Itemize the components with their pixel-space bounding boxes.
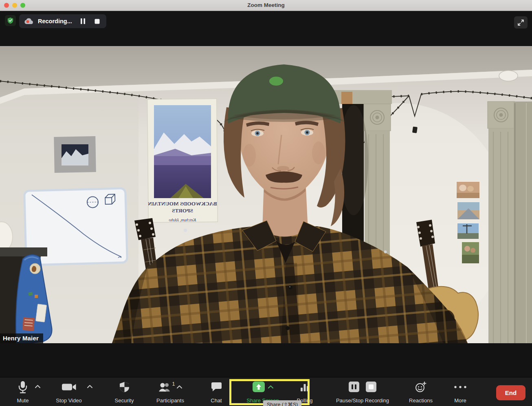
framed-picture	[54, 136, 96, 173]
chevron-up-icon	[268, 385, 273, 388]
more-button[interactable]: More	[447, 381, 473, 404]
webcam-scene: BACKWOODS MOUNTAIN SPORTS Ketchum, Idaho	[0, 46, 532, 343]
cap-logo	[269, 77, 283, 86]
mute-button[interactable]: Mute	[10, 381, 35, 404]
chevron-up-icon	[35, 385, 40, 388]
share-screen-icon	[253, 382, 265, 392]
ceiling-light	[499, 71, 518, 81]
shield-check-icon	[7, 16, 13, 25]
more-label: More	[454, 397, 466, 404]
participant-name-label: Henry Maier	[0, 333, 43, 343]
video-camera-icon	[62, 383, 76, 391]
chevron-up-icon	[87, 385, 92, 388]
reactions-label: Reactions	[409, 397, 433, 404]
door-panel	[514, 102, 532, 343]
chevron-up-icon	[177, 385, 182, 388]
window-title: Zoom Meeting	[0, 0, 532, 11]
video-options-chevron[interactable]	[86, 384, 93, 389]
chat-label: Chat	[211, 397, 222, 404]
end-meeting-button[interactable]: End	[496, 385, 525, 400]
reactions-smiley-icon	[415, 382, 426, 393]
participants-label: Participants	[156, 397, 184, 404]
polling-bars-icon	[300, 383, 309, 391]
share-options-chevron[interactable]	[268, 385, 273, 388]
recording-label: Recording...	[38, 18, 72, 24]
poster-subtitle: Ketchum, Idaho	[169, 218, 196, 222]
stop-recording-button[interactable]	[94, 18, 101, 25]
security-shield-indicator[interactable]	[5, 15, 16, 26]
pause-stop-recording-button[interactable]: Pause/Stop Recording	[326, 381, 399, 404]
pause-icon	[80, 18, 86, 24]
zoom-meeting-window: { "window": { "title": "Zoom Meeting" },…	[0, 0, 532, 406]
recording-indicator: Recording...	[19, 14, 106, 28]
mountain-poster: BACKWOODS MOUNTAIN SPORTS Ketchum, Idaho	[147, 99, 218, 222]
participants-button[interactable]: 1 Participants	[147, 381, 194, 404]
more-dots-icon	[454, 386, 467, 388]
stop-video-label: Stop Video	[56, 397, 81, 404]
cloud-recording-icon	[24, 18, 34, 25]
poster-title-line2: SPORTS	[172, 207, 193, 214]
titlebar: Zoom Meeting	[0, 0, 532, 11]
shelf-edge	[0, 247, 47, 256]
enter-fullscreen-icon	[517, 19, 524, 26]
fullscreen-button[interactable]	[514, 16, 528, 29]
right-door-frame	[488, 102, 532, 343]
security-shield-icon	[119, 382, 130, 393]
chat-button[interactable]: Chat	[205, 381, 228, 404]
stop-icon	[95, 19, 100, 24]
video-tile: BACKWOODS MOUNTAIN SPORTS Ketchum, Idaho	[0, 46, 532, 343]
share-screen-tooltip: Share (⇧⌘S)	[263, 400, 301, 406]
pause-recording-toolbar-icon[interactable]	[349, 382, 359, 392]
security-button[interactable]: Security	[109, 381, 139, 404]
participants-count: 1	[172, 381, 175, 387]
mute-options-chevron[interactable]	[34, 384, 41, 389]
mute-label: Mute	[17, 397, 29, 404]
participants-options-chevron[interactable]	[177, 385, 182, 388]
meeting-top-bar: Recording...	[0, 11, 532, 46]
pause-stop-recording-label: Pause/Stop Recording	[336, 397, 389, 404]
pause-recording-button[interactable]	[79, 18, 86, 25]
participants-icon	[158, 382, 171, 392]
stop-video-button[interactable]: Stop Video	[50, 381, 88, 404]
reactions-button[interactable]: Reactions	[404, 381, 437, 404]
poster-title-line1: BACKWOODS MOUNTAIN	[148, 201, 217, 207]
security-label: Security	[115, 397, 134, 404]
stop-recording-toolbar-icon[interactable]	[366, 382, 376, 392]
chat-bubble-icon	[211, 382, 222, 392]
microphone-icon	[18, 381, 27, 393]
wood-block	[341, 92, 352, 104]
